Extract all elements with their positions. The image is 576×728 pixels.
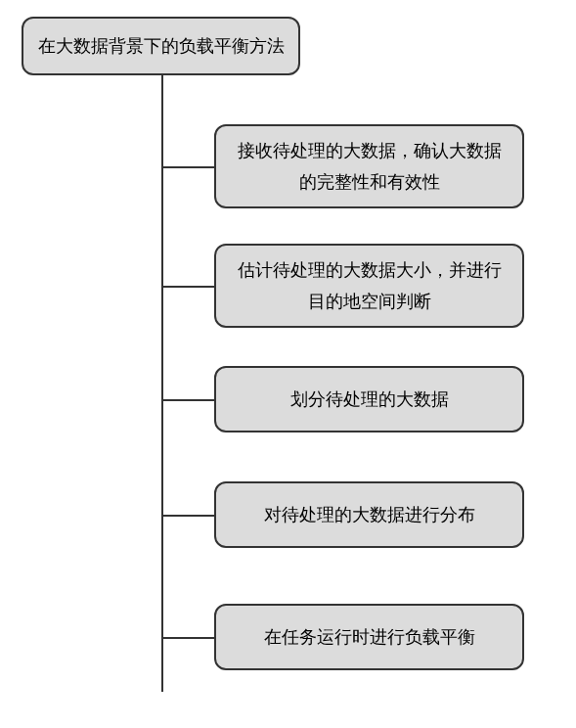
child-label: 估计待处理的大数据大小，并进行目的地空间判断: [230, 254, 509, 318]
root-node: 在大数据背景下的负载平衡方法: [22, 17, 300, 75]
child-label: 划分待处理的大数据: [290, 384, 449, 415]
child-node: 划分待处理的大数据: [214, 366, 524, 432]
child-node: 估计待处理的大数据大小，并进行目的地空间判断: [214, 244, 524, 328]
branch-line: [161, 515, 214, 517]
branch-line: [161, 399, 214, 401]
root-label: 在大数据背景下的负载平衡方法: [38, 34, 285, 58]
child-label: 在任务运行时进行负载平衡: [264, 621, 475, 653]
branch-line: [161, 286, 214, 288]
child-label: 接收待处理的大数据，确认大数据的完整性和有效性: [230, 135, 509, 199]
branch-line: [161, 166, 214, 168]
child-node: 接收待处理的大数据，确认大数据的完整性和有效性: [214, 124, 524, 208]
branch-line: [161, 637, 214, 639]
child-label: 对待处理的大数据进行分布: [264, 499, 475, 530]
child-node: 对待处理的大数据进行分布: [214, 481, 524, 548]
child-node: 在任务运行时进行负载平衡: [214, 604, 524, 670]
